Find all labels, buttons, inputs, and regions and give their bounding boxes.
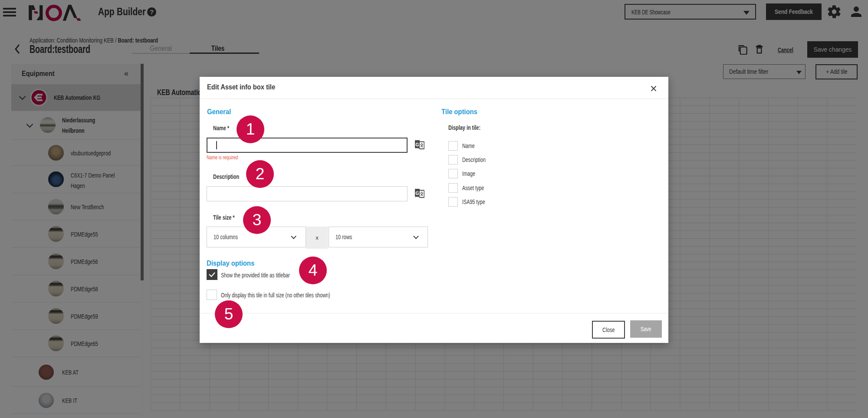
svg-text:G: G xyxy=(415,191,419,196)
svg-text:G: G xyxy=(415,142,419,147)
